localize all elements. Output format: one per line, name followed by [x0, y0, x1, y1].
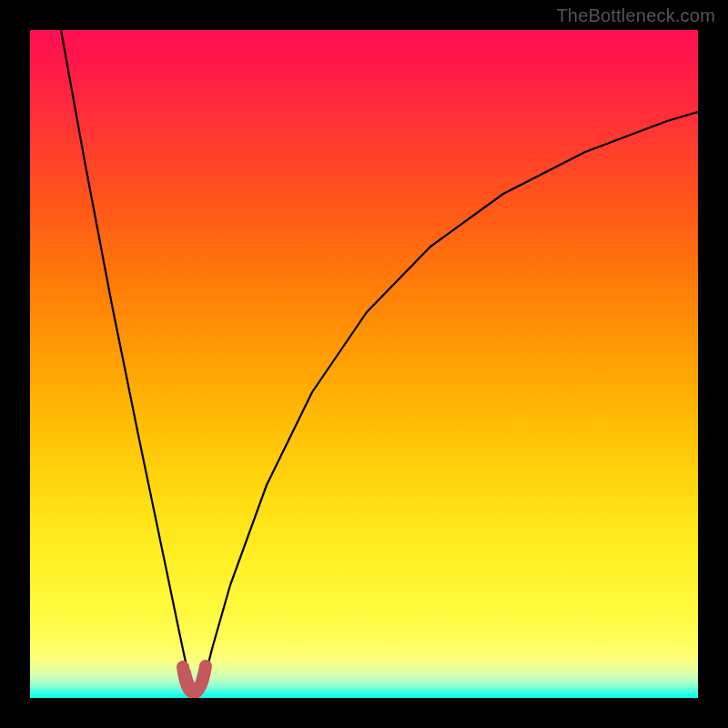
chart-frame: TheBottleneck.com	[0, 0, 728, 728]
plot-area	[30, 30, 698, 698]
watermark-text: TheBottleneck.com	[556, 5, 715, 26]
bottleneck-curve	[30, 30, 698, 698]
highlight-cup-inner	[187, 672, 203, 689]
curve-path	[61, 30, 698, 695]
